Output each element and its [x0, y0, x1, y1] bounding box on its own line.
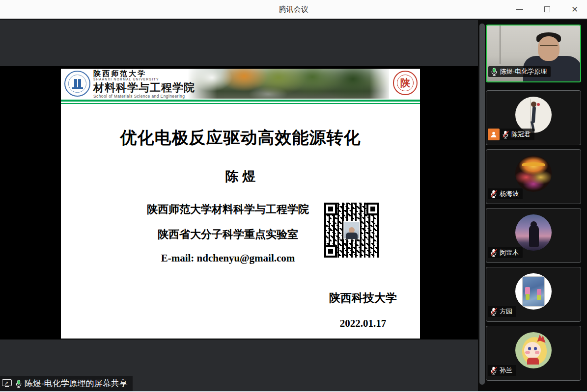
- slide-title: 优化电极反应驱动高效能源转化: [61, 127, 420, 149]
- photo-fade-right: [369, 69, 391, 99]
- participant-name: 闵雷木: [500, 248, 519, 257]
- participant-tile[interactable]: 杨海波: [486, 149, 581, 204]
- slide-header: 陕西师范大学 SHAANXI NORMAL UNIVERSITY 材料科学与工程…: [61, 69, 420, 99]
- participant-name: 孙兰: [500, 366, 512, 375]
- minimize-button[interactable]: [512, 2, 527, 17]
- sidebar-scrollbar[interactable]: [479, 24, 485, 385]
- school-name-cn: 材料科学与工程学院: [93, 81, 221, 94]
- participant-name-chip: 方园: [488, 306, 516, 317]
- screen-share-icon: ➚: [2, 379, 13, 388]
- participant-name: 方园: [500, 307, 512, 316]
- close-button[interactable]: ✕: [567, 2, 582, 17]
- window-controls: ✕: [512, 0, 582, 19]
- qr-center-portrait: [343, 221, 360, 239]
- mic-muted-icon: [502, 130, 509, 139]
- host-badge-icon: [488, 129, 500, 140]
- mic-on-icon: [15, 379, 23, 388]
- participant-name: 陈煜-电化学原理: [500, 67, 547, 76]
- participant-tile[interactable]: 陈煜-电化学原理: [486, 25, 581, 82]
- participant-name-chip: 陈煜-电化学原理: [488, 66, 551, 77]
- participant-tile[interactable]: 孙兰: [486, 326, 581, 381]
- window-title: 腾讯会议: [279, 5, 308, 14]
- letterbox-top: [0, 20, 478, 66]
- avatar: [515, 214, 552, 251]
- screen-share-status: ➚ 陈煜-电化学原理的屏幕共享: [0, 376, 133, 391]
- university-name-cn: 陕西师范大学: [93, 70, 221, 78]
- participant-name-chip: 闵雷木: [488, 247, 523, 258]
- mic-muted-icon: [490, 366, 498, 375]
- participant-name: 陈冠君: [511, 130, 531, 139]
- participant-name: 杨海波: [500, 189, 519, 198]
- participant-name-chip: 杨海波: [488, 188, 523, 199]
- mic-muted-icon: [490, 307, 498, 316]
- participant-tile[interactable]: 闵雷木: [486, 208, 581, 263]
- venue-text: 陕西科技大学: [287, 290, 439, 306]
- qr-code: [322, 200, 382, 260]
- maximize-button[interactable]: [540, 2, 555, 17]
- date-text: 2022.01.17: [287, 317, 439, 330]
- header-text: 陕西师范大学 SHAANXI NORMAL UNIVERSITY 材料科学与工程…: [93, 70, 221, 99]
- avatar: [515, 273, 552, 310]
- mic-muted-icon: [490, 248, 498, 257]
- university-seal-icon: 陕: [393, 71, 418, 95]
- venue-block: 陕西科技大学 2022.01.17: [287, 290, 439, 330]
- participants-sidebar[interactable]: 陈煜-电化学原理 陈冠君: [478, 20, 587, 391]
- header-rule-thick: [61, 100, 420, 102]
- avatar: [515, 97, 552, 133]
- participant-tile[interactable]: 陈冠君: [486, 90, 581, 145]
- window-titlebar[interactable]: 腾讯会议 ✕: [0, 0, 587, 19]
- university-name-en: SHAANXI NORMAL UNIVERSITY: [93, 78, 221, 81]
- mic-muted-icon: [490, 189, 498, 198]
- participant-name-chip: 陈冠君: [488, 129, 534, 140]
- avatar: [515, 332, 552, 368]
- participant-name-chip: 孙兰: [488, 365, 516, 376]
- avatar: [515, 156, 552, 192]
- school-name-en: School of Materials Science and Engineer…: [93, 94, 221, 99]
- header-rule-thin: [61, 103, 420, 104]
- shared-screen-area[interactable]: 陕西师范大学 SHAANXI NORMAL UNIVERSITY 材料科学与工程…: [0, 20, 478, 391]
- mic-on-icon: [490, 67, 498, 76]
- participant-tile[interactable]: 方园: [486, 267, 581, 322]
- presentation-slide: 陕西师范大学 SHAANXI NORMAL UNIVERSITY 材料科学与工程…: [61, 69, 420, 339]
- screen-share-label: 陈煜-电化学原理的屏幕共享: [25, 378, 128, 389]
- slide-author: 陈 煜: [61, 168, 420, 185]
- university-logo-icon: [64, 71, 90, 97]
